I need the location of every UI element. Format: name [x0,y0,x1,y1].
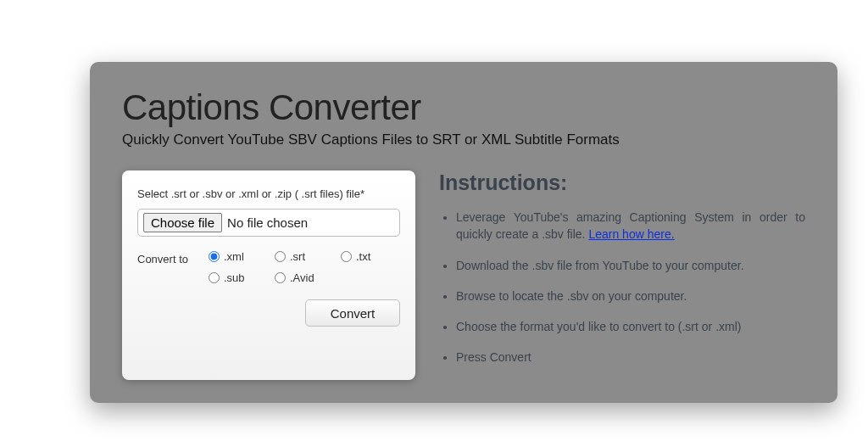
instruction-item-0: Leverage YouTube's amazing Captioning Sy… [456,209,805,243]
choose-file-button[interactable]: Choose file [143,213,222,232]
radio-xml-label: .xml [224,250,244,263]
radio-txt-label: .txt [356,250,370,263]
convert-button[interactable]: Convert [305,299,400,327]
instructions-list: Leverage YouTube's amazing Captioning Sy… [439,209,805,366]
instructions-heading: Instructions: [439,170,805,195]
main-panel: Captions Converter Quickly Convert YouTu… [90,62,837,403]
page-title: Captions Converter [122,87,805,128]
content-columns: Select .srt or .sbv or .xml or .zip ( .s… [122,170,805,380]
radio-srt-label: .srt [290,250,305,263]
radio-avid-input[interactable] [275,272,286,283]
radio-srt[interactable]: .srt [275,250,341,263]
instruction-item-1: Download the .sbv file from YouTube to y… [456,257,805,274]
radio-avid[interactable]: .Avid [275,271,341,284]
instruction-item-4: Press Convert [456,349,805,366]
radio-xml[interactable]: .xml [209,250,275,263]
radio-sub-input[interactable] [209,272,220,283]
radio-sub[interactable]: .sub [209,271,275,284]
radio-txt[interactable]: .txt [341,250,392,263]
radio-xml-input[interactable] [209,251,220,262]
radio-txt-input[interactable] [341,251,352,262]
instruction-item-3: Choose the format you'd like to convert … [456,318,805,335]
convert-button-wrap: Convert [137,299,400,327]
format-radio-group: .xml .srt .txt .sub [209,250,392,284]
radio-srt-input[interactable] [275,251,286,262]
convert-to-row: Convert to .xml .srt .txt [137,250,400,284]
radio-avid-label: .Avid [290,271,314,284]
page-subtitle: Quickly Convert YouTube SBV Captions Fil… [122,131,805,148]
instructions-column: Instructions: Leverage YouTube's amazing… [439,170,805,380]
learn-how-link[interactable]: Learn how here. [588,227,674,241]
convert-to-label: Convert to [137,250,188,265]
file-chosen-status: No file chosen [227,215,308,230]
file-input-row[interactable]: Choose file No file chosen [137,209,400,237]
converter-card: Select .srt or .sbv or .xml or .zip ( .s… [122,170,415,380]
file-select-label: Select .srt or .sbv or .xml or .zip ( .s… [137,187,400,200]
radio-sub-label: .sub [224,271,245,284]
instruction-item-2: Browse to locate the .sbv on your comput… [456,288,805,305]
